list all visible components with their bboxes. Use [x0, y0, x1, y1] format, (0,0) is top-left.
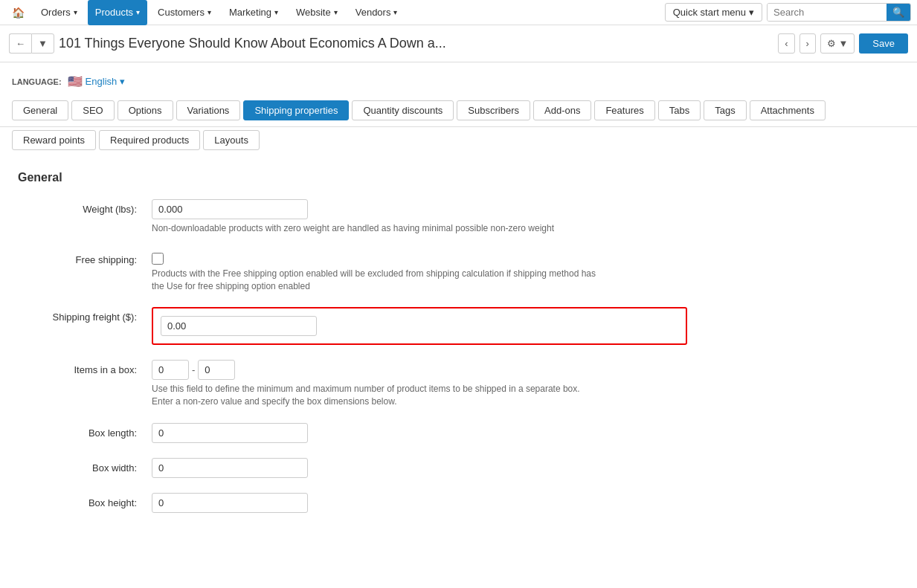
language-selector[interactable]: 🇺🇸 English ▾: [68, 74, 126, 88]
tab-tabs[interactable]: Tabs: [658, 100, 701, 120]
weight-row: Weight (lbs): Non-downloadable products …: [18, 199, 687, 235]
tab-seo[interactable]: SEO: [71, 100, 114, 120]
tab-shipping-properties[interactable]: Shipping properties: [243, 100, 349, 120]
top-navbar: 🏠 Orders ▾ Products ▾ Customers ▾ Market…: [0, 0, 917, 25]
items-in-box-label: Items in a box:: [18, 360, 152, 375]
box-length-control: [152, 423, 687, 443]
tab-features[interactable]: Features: [594, 100, 654, 120]
weight-hint: Non-downloadable products with zero weig…: [152, 222, 598, 235]
box-length-input[interactable]: [152, 423, 308, 443]
back-forward-nav: ← ▼: [9, 33, 54, 54]
orders-dropdown-arrow: ▾: [74, 8, 77, 16]
items-in-box-control: - Use this field to define the minimum a…: [152, 360, 687, 408]
tab-layouts[interactable]: Layouts: [203, 130, 260, 150]
customers-dropdown-arrow: ▾: [207, 8, 211, 16]
box-length-row: Box length:: [18, 423, 687, 443]
free-shipping-checkbox[interactable]: [152, 253, 164, 265]
customers-label: Customers: [158, 7, 205, 18]
quick-start-arrow: ▾: [749, 7, 754, 18]
weight-label: Weight (lbs):: [18, 199, 152, 215]
section-title: General: [18, 171, 899, 184]
website-dropdown-arrow: ▾: [334, 8, 338, 16]
free-shipping-hint: Products with the Free shipping option e…: [152, 268, 598, 293]
items-in-box-max-input[interactable]: [198, 360, 235, 380]
tab-tags[interactable]: Tags: [704, 100, 746, 120]
products-dropdown-arrow: ▾: [136, 8, 140, 16]
items-in-box-row: Items in a box: - Use this field to defi…: [18, 360, 687, 408]
orders-nav-item[interactable]: Orders ▾: [33, 0, 85, 25]
shipping-freight-input[interactable]: [161, 316, 317, 336]
vendors-label: Vendors: [355, 7, 391, 18]
main-content: General Weight (lbs): Non-downloadable p…: [0, 156, 917, 543]
tab-required-products[interactable]: Required products: [99, 130, 200, 150]
back-button[interactable]: ←: [9, 33, 31, 54]
title-bar: ← ▼ 101 Things Everyone Should Know Abou…: [0, 25, 917, 62]
prev-button[interactable]: ‹: [778, 33, 794, 54]
vendors-dropdown-arrow: ▾: [393, 8, 397, 16]
search-input[interactable]: [768, 4, 887, 21]
next-button[interactable]: ›: [799, 33, 816, 54]
shipping-freight-row: Shipping freight ($):: [18, 307, 687, 345]
products-label: Products: [95, 7, 133, 18]
box-height-input[interactable]: [152, 493, 308, 513]
box-height-label: Box height:: [18, 493, 152, 508]
save-button[interactable]: Save: [859, 33, 908, 54]
free-shipping-row: Free shipping: Products with the Free sh…: [18, 250, 687, 293]
tab-general[interactable]: General: [12, 100, 68, 120]
box-height-control: [152, 493, 687, 513]
items-in-box-range: -: [152, 360, 687, 380]
box-width-row: Box width:: [18, 458, 687, 478]
title-actions: ‹ › ⚙ ▼ Save: [778, 33, 908, 54]
box-width-input[interactable]: [152, 458, 308, 478]
range-separator: -: [192, 364, 195, 375]
box-height-row: Box height:: [18, 493, 687, 513]
quick-start-button[interactable]: Quick start menu ▾: [665, 3, 762, 22]
vendors-nav-item[interactable]: Vendors ▾: [348, 0, 405, 25]
tab-reward-points[interactable]: Reward points: [12, 130, 96, 150]
tabs-row2: Reward points Required products Layouts: [0, 127, 917, 156]
website-label: Website: [296, 7, 331, 18]
tab-variations[interactable]: Variations: [176, 100, 241, 120]
box-width-control: [152, 458, 687, 478]
shipping-freight-label: Shipping freight ($):: [18, 307, 152, 323]
website-nav-item[interactable]: Website ▾: [289, 0, 345, 25]
quick-start-label: Quick start menu: [673, 7, 746, 18]
free-shipping-label: Free shipping:: [18, 250, 152, 265]
search-button[interactable]: 🔍: [887, 4, 910, 21]
language-arrow: ▾: [120, 76, 125, 87]
flag-icon: 🇺🇸: [68, 74, 83, 88]
shipping-freight-highlight: [152, 307, 687, 345]
marketing-nav-item[interactable]: Marketing ▾: [222, 0, 286, 25]
marketing-dropdown-arrow: ▾: [274, 8, 278, 16]
home-nav-item[interactable]: 🏠: [6, 0, 30, 25]
box-width-label: Box width:: [18, 458, 152, 474]
search-container: 🔍: [767, 3, 911, 22]
language-selected: English: [86, 76, 118, 87]
dropdown-nav-button[interactable]: ▼: [31, 33, 54, 54]
shipping-freight-control: [152, 307, 687, 345]
tab-attachments[interactable]: Attachments: [750, 100, 826, 120]
tabs-row1: General SEO Options Variations Shipping …: [0, 94, 917, 127]
page-title: 101 Things Everyone Should Know About Ec…: [59, 36, 773, 51]
tab-subscribers[interactable]: Subscribers: [457, 100, 530, 120]
weight-input[interactable]: [152, 199, 308, 219]
weight-control: Non-downloadable products with zero weig…: [152, 199, 687, 235]
items-in-box-min-input[interactable]: [152, 360, 189, 380]
customers-nav-item[interactable]: Customers ▾: [150, 0, 219, 25]
marketing-label: Marketing: [229, 7, 271, 18]
box-length-label: Box length:: [18, 423, 152, 439]
tab-addons[interactable]: Add-ons: [533, 100, 591, 120]
free-shipping-control: Products with the Free shipping option e…: [152, 250, 687, 293]
tab-options[interactable]: Options: [118, 100, 173, 120]
language-label: LANGUAGE:: [12, 77, 62, 86]
orders-label: Orders: [41, 7, 71, 18]
settings-button[interactable]: ⚙ ▼: [820, 33, 855, 54]
items-in-box-hint: Use this field to define the minimum and…: [152, 383, 598, 408]
products-nav-item[interactable]: Products ▾: [88, 0, 147, 25]
language-bar: LANGUAGE: 🇺🇸 English ▾: [0, 62, 917, 94]
navbar-right: Quick start menu ▾ 🔍: [665, 3, 911, 22]
tab-quantity-discounts[interactable]: Quantity discounts: [352, 100, 454, 120]
